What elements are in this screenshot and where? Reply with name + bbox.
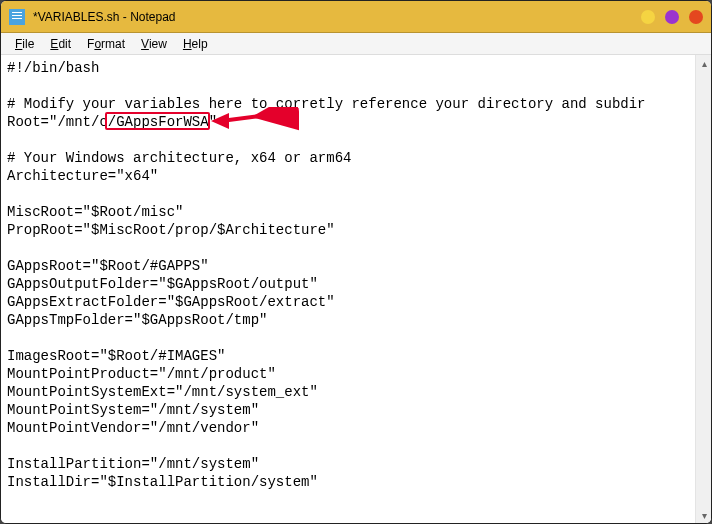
titlebar[interactable]: *VARIABLES.sh - Notepad bbox=[1, 1, 711, 33]
editor-line: InstallDir="$InstallPartition/system" bbox=[7, 473, 689, 491]
editor-line: PropRoot="$MiscRoot/prop/$Architecture" bbox=[7, 221, 689, 239]
close-button[interactable] bbox=[689, 10, 703, 24]
editor-line bbox=[7, 329, 689, 347]
menu-help[interactable]: Help bbox=[175, 35, 216, 53]
editor-line: MountPointSystem="/mnt/system" bbox=[7, 401, 689, 419]
editor-line: # Modify your variables here to corretly… bbox=[7, 95, 689, 113]
editor-line bbox=[7, 131, 689, 149]
window-title: *VARIABLES.sh - Notepad bbox=[33, 10, 641, 24]
notepad-window: *VARIABLES.sh - Notepad File Edit Format… bbox=[0, 0, 712, 524]
editor-line: MountPointSystemExt="/mnt/system_ext" bbox=[7, 383, 689, 401]
maximize-button[interactable] bbox=[665, 10, 679, 24]
menu-edit[interactable]: Edit bbox=[42, 35, 79, 53]
notepad-icon bbox=[9, 9, 25, 25]
editor-area: #!/bin/bash# Modify your variables here … bbox=[1, 55, 711, 523]
editor-line: ImagesRoot="$Root/#IMAGES" bbox=[7, 347, 689, 365]
scroll-down-icon[interactable]: ▾ bbox=[696, 507, 711, 523]
editor-line bbox=[7, 77, 689, 95]
menu-file[interactable]: File bbox=[7, 35, 42, 53]
editor-line bbox=[7, 239, 689, 257]
menubar: File Edit Format View Help bbox=[1, 33, 711, 55]
editor-line: MiscRoot="$Root/misc" bbox=[7, 203, 689, 221]
editor-line: # Your Windows architecture, x64 or arm6… bbox=[7, 149, 689, 167]
window-controls bbox=[641, 10, 703, 24]
scroll-up-icon[interactable]: ▴ bbox=[696, 55, 711, 71]
editor-line: MountPointProduct="/mnt/product" bbox=[7, 365, 689, 383]
text-editor[interactable]: #!/bin/bash# Modify your variables here … bbox=[1, 55, 695, 523]
editor-line bbox=[7, 185, 689, 203]
vertical-scrollbar[interactable]: ▴ ▾ bbox=[695, 55, 711, 523]
editor-line: GAppsExtractFolder="$GAppsRoot/extract" bbox=[7, 293, 689, 311]
editor-line: Root="/mnt/c/GAppsForWSA" bbox=[7, 113, 689, 131]
menu-format[interactable]: Format bbox=[79, 35, 133, 53]
editor-line: MountPointVendor="/mnt/vendor" bbox=[7, 419, 689, 437]
editor-line: GAppsTmpFolder="$GAppsRoot/tmp" bbox=[7, 311, 689, 329]
editor-line: Architecture="x64" bbox=[7, 167, 689, 185]
editor-line: GAppsOutputFolder="$GAppsRoot/output" bbox=[7, 275, 689, 293]
minimize-button[interactable] bbox=[641, 10, 655, 24]
editor-line: #!/bin/bash bbox=[7, 59, 689, 77]
editor-line bbox=[7, 437, 689, 455]
editor-line: GAppsRoot="$Root/#GAPPS" bbox=[7, 257, 689, 275]
editor-line: InstallPartition="/mnt/system" bbox=[7, 455, 689, 473]
menu-view[interactable]: View bbox=[133, 35, 175, 53]
